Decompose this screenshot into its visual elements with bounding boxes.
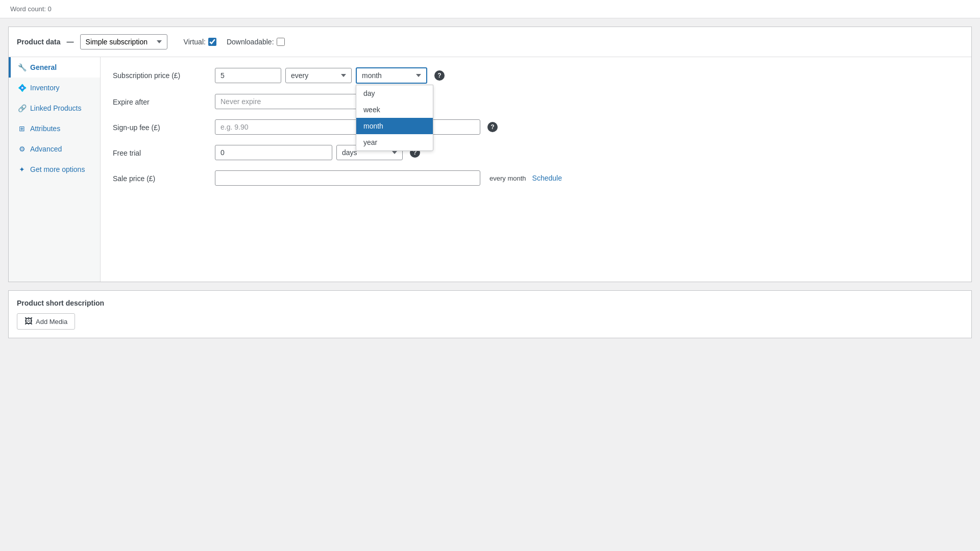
sidebar-item-linked-products[interactable]: 🔗 Linked Products (9, 98, 100, 118)
product-type-select[interactable]: Simple subscription Variable subscriptio… (80, 34, 167, 49)
sale-price-input[interactable] (215, 170, 480, 186)
expire-after-label: Expire after (113, 94, 215, 106)
link-icon: 🔗 (18, 104, 26, 112)
media-icon: 🖼 (24, 317, 33, 326)
short-description-title: Product short description (17, 299, 963, 307)
sale-price-row: Sale price (£) every month Schedule (113, 170, 959, 186)
period-option-day[interactable]: day (356, 85, 433, 102)
free-trial-row: Free trial days weeks months years ? (113, 145, 959, 160)
free-trial-input[interactable] (215, 145, 332, 160)
word-count-text: Word count: 0 (10, 5, 52, 13)
short-description-section: Product short description 🖼 Add Media (8, 290, 972, 338)
signup-fee-input[interactable] (215, 119, 480, 135)
star-icon: ✦ (18, 165, 26, 173)
form-area: Subscription price (£) every month day w… (101, 57, 971, 282)
product-data-dash: — (67, 38, 74, 46)
subscription-price-controls: every month day week year day week (215, 67, 959, 84)
sidebar-label-general: General (30, 63, 57, 71)
sidebar-label-inventory: Inventory (30, 84, 60, 92)
virtual-label-text: Virtual: (184, 38, 206, 46)
gear-icon: ⚙ (18, 145, 26, 153)
sidebar-label-attributes: Attributes (30, 124, 60, 133)
period-option-month[interactable]: month (356, 118, 433, 134)
period-select-container: month day week year day week month year (356, 67, 427, 84)
subscription-price-input[interactable] (215, 68, 281, 83)
signup-fee-controls: ? (215, 119, 959, 135)
diamond-icon: 💠 (18, 84, 26, 92)
signup-fee-help-icon[interactable]: ? (487, 122, 498, 132)
expire-after-row: Expire after ? (113, 94, 959, 109)
table-icon: ⊞ (18, 124, 26, 133)
product-data-label: Product data (17, 38, 61, 46)
sidebar-label-get-more: Get more options (30, 165, 85, 173)
downloadable-label-text: Downloadable: (227, 38, 274, 46)
downloadable-checkbox-label[interactable]: Downloadable: (227, 38, 285, 46)
virtual-downloadable-group: Virtual: Downloadable: (184, 38, 285, 46)
period-option-week[interactable]: week (356, 102, 433, 118)
virtual-checkbox-label[interactable]: Virtual: (184, 38, 216, 46)
add-media-button[interactable]: 🖼 Add Media (17, 313, 75, 330)
subscription-price-help-icon[interactable]: ? (434, 70, 445, 81)
signup-fee-row: Sign-up fee (£) ? (113, 119, 959, 135)
signup-fee-label: Sign-up fee (£) (113, 119, 215, 132)
sidebar-nav: 🔧 General 💠 Inventory 🔗 Linked Products … (9, 57, 101, 282)
sale-price-label: Sale price (£) (113, 170, 215, 183)
sidebar-item-attributes[interactable]: ⊞ Attributes (9, 118, 100, 139)
add-media-label: Add Media (36, 318, 67, 325)
period-option-year[interactable]: year (356, 134, 433, 151)
sidebar-item-advanced[interactable]: ⚙ Advanced (9, 139, 100, 159)
free-trial-label: Free trial (113, 145, 215, 157)
period-select[interactable]: month day week year (356, 67, 427, 84)
sidebar-label-advanced: Advanced (30, 145, 62, 153)
subscription-price-row: Subscription price (£) every month day w… (113, 67, 959, 84)
sale-price-schedule-link[interactable]: Schedule (532, 174, 562, 182)
product-data-section: Product data — Simple subscription Varia… (8, 27, 972, 282)
expire-after-controls: ? (215, 94, 959, 109)
virtual-checkbox[interactable] (208, 38, 216, 46)
sidebar-label-linked: Linked Products (30, 104, 81, 112)
period-dropdown-menu: day week month year (356, 85, 433, 151)
product-data-body: 🔧 General 💠 Inventory 🔗 Linked Products … (9, 57, 971, 282)
sidebar-item-get-more-options[interactable]: ✦ Get more options (9, 159, 100, 180)
sale-price-note: every month (489, 174, 526, 182)
subscription-price-label: Subscription price (£) (113, 67, 215, 80)
every-select[interactable]: every (285, 68, 352, 83)
sidebar-item-inventory[interactable]: 💠 Inventory (9, 78, 100, 98)
word-count-bar: Word count: 0 (0, 0, 980, 18)
sidebar-item-general[interactable]: 🔧 General (9, 57, 100, 78)
product-data-header: Product data — Simple subscription Varia… (9, 27, 971, 57)
wrench-icon: 🔧 (18, 63, 26, 71)
free-trial-controls: days weeks months years ? (215, 145, 959, 160)
sale-price-controls: every month Schedule (215, 170, 959, 186)
downloadable-checkbox[interactable] (277, 38, 285, 46)
